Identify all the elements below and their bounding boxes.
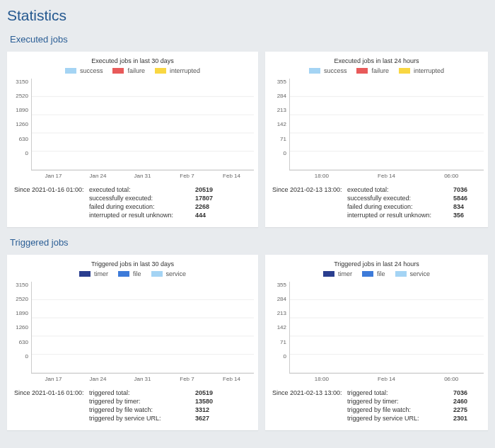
summary-since: Since 2021-01-16 01:00: [14,186,89,193]
summary-value: 2301 [453,415,484,422]
summary-value: 3627 [195,415,226,422]
x-axis: 18:00Feb 1406:00 [289,376,484,382]
y-axis: 31502520189012606300. [11,79,31,171]
plot-area [31,79,254,171]
legend-label: timer [94,270,108,277]
summary-since [14,415,89,422]
summary-value: 13580 [195,398,226,405]
summary-label: triggered total: [347,389,453,396]
summary: Since 2021-01-16 01:00:executed total:20… [14,186,254,219]
summary-label: executed total: [89,186,195,193]
chart-legend: successfailureinterrupted [11,67,254,74]
summary-label: failed during execution: [89,203,195,210]
summary-label: triggered by file watch: [347,406,453,413]
summary-label: triggered by timer: [347,398,453,405]
legend-label: service [166,270,187,277]
summary-value: 834 [453,203,484,210]
y-axis: 355284213142710. [269,79,289,171]
summary: Since 2021-01-16 01:00:triggered total:2… [14,389,254,422]
summary-value: 3312 [195,406,226,413]
summary-label: triggered by service URL: [89,415,195,422]
y-axis: 355284213142710. [269,282,289,374]
summary-label: successfully executed: [347,195,453,202]
x-axis: 18:00Feb 1406:00 [289,173,484,179]
summary-since [272,212,347,219]
legend-item: success [65,67,103,74]
card-exec-24h: Executed jobs in last 24 hourssuccessfai… [265,52,488,227]
legend-item: file [362,270,385,277]
chart-title: Executed jobs in last 30 days [11,57,254,64]
summary-since [14,212,89,219]
card-trig-30d: Triggered jobs in last 30 daystimerfiles… [7,255,258,430]
summary-since [14,195,89,202]
legend-label: failure [127,67,145,74]
legend-item: failure [356,67,389,74]
summary-label: interrupted or result unknown: [89,212,195,219]
legend-item: interrupted [399,67,444,74]
legend-item: interrupted [155,67,200,74]
summary-since [272,415,347,422]
summary-since [272,203,347,210]
plot-area [289,79,484,171]
legend-swatch [309,68,320,74]
legend-item: timer [79,270,108,277]
legend-label: interrupted [170,67,200,74]
y-axis: 31502520189012606300. [11,282,31,374]
summary-label: executed total: [347,186,453,193]
summary-value: 20519 [195,389,226,396]
legend-label: file [133,270,141,277]
summary-since [272,195,347,202]
legend-item: service [395,270,431,277]
legend-swatch [323,271,334,277]
legend-swatch [118,271,129,277]
summary-since: Since 2021-02-13 13:00: [272,389,347,396]
card-trig-24h: Triggered jobs in last 24 hourstimerfile… [265,255,488,430]
legend-swatch [399,68,410,74]
summary-value: 17807 [195,195,226,202]
summary-label: failed during execution: [347,203,453,210]
legend-label: success [324,67,347,74]
summary-since: Since 2021-02-13 13:00: [272,186,347,193]
x-axis: Jan 17Jan 24Jan 31Feb 7Feb 14 [31,376,254,382]
legend-swatch [356,68,368,74]
summary: Since 2021-02-13 13:00:executed total:70… [272,186,484,219]
summary-since [272,398,347,405]
page-title: Statistics [7,7,488,24]
chart-legend: timerfileservice [11,270,254,277]
summary-value: 7036 [453,186,484,193]
chart-legend: timerfileservice [269,270,484,277]
legend-label: timer [338,270,352,277]
summary-since [272,406,347,413]
summary-since [14,406,89,413]
summary-label: interrupted or result unknown: [347,212,453,219]
summary-value: 2268 [195,203,226,210]
legend-swatch [155,68,166,74]
legend-label: file [377,270,385,277]
legend-swatch [112,68,124,74]
summary-value: 2460 [453,398,484,405]
summary-value: 356 [453,212,484,219]
plot-area [289,282,484,374]
chart-title: Triggered jobs in last 30 days [11,260,254,268]
summary-value: 7036 [453,389,484,396]
chart-legend: successfailureinterrupted [269,67,484,74]
summary-label: triggered by service URL: [347,415,453,422]
plot-area [31,282,254,374]
legend-label: service [410,270,431,277]
section-executed: Executed jobs [10,34,488,45]
chart-title: Triggered jobs in last 24 hours [269,260,484,268]
card-exec-30d: Executed jobs in last 30 dayssuccessfail… [7,52,258,227]
legend-label: interrupted [414,67,444,74]
legend-item: file [118,270,141,277]
summary-value: 2275 [453,406,484,413]
legend-swatch [79,271,91,277]
summary-label: triggered by timer: [89,398,195,405]
summary-label: triggered by file watch: [89,406,195,413]
summary-value: 444 [195,212,226,219]
legend-swatch [151,271,163,277]
legend-swatch [395,271,407,277]
summary: Since 2021-02-13 13:00:triggered total:7… [272,389,484,422]
legend-swatch [362,271,373,277]
legend-label: failure [371,67,389,74]
section-triggered: Triggered jobs [10,237,488,248]
